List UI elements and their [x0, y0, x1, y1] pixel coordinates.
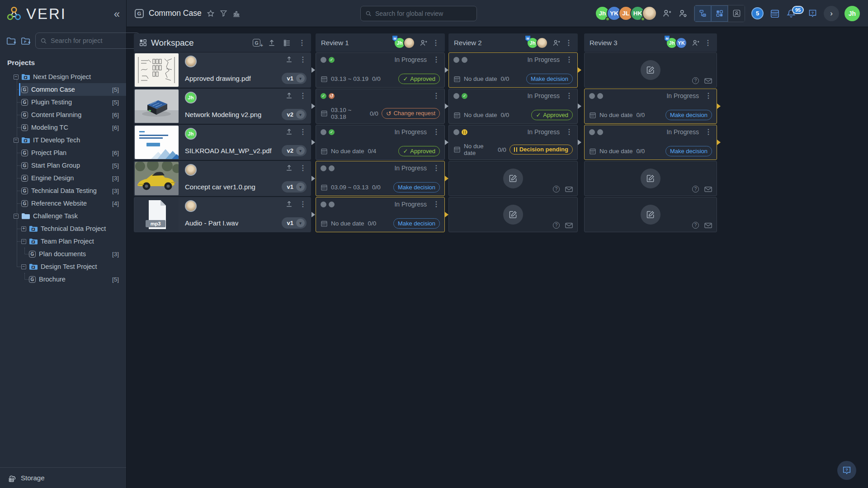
review-more-icon[interactable]: ⋮	[432, 39, 439, 47]
review-cell[interactable]: ✓In Progress⋮No due date0/0✓Approved	[448, 89, 578, 124]
add-reviewer-icon[interactable]	[552, 39, 561, 47]
tree-item-next-design-project[interactable]: −PNext Design Project	[0, 70, 126, 83]
version-selector[interactable]: v2▾	[282, 145, 307, 156]
help-icon[interactable]: ?	[808, 9, 817, 18]
review-cell[interactable]: ✓In Progress⋮No due date0/4✓Approved	[316, 125, 445, 160]
cell-more-icon[interactable]: ⋮	[433, 201, 440, 208]
tree-item-project-plan[interactable]: GProject Plan[6]	[0, 146, 126, 159]
collapse-node-icon[interactable]: −	[14, 214, 19, 219]
create-review-button[interactable]	[641, 60, 660, 80]
favorite-star-icon[interactable]	[207, 9, 215, 18]
review-more-icon[interactable]: ⋮	[565, 39, 572, 47]
tree-item-plugin-testing[interactable]: GPlugin Testing[5]	[0, 96, 126, 108]
add-member-icon[interactable]	[662, 9, 672, 18]
tree-item-design-test-project[interactable]: −PDesign Test Project	[0, 260, 126, 273]
calendar-icon[interactable]	[770, 9, 780, 19]
member-settings-icon[interactable]	[678, 9, 688, 18]
tree-item-brochure[interactable]: GBrochure[5]	[0, 273, 126, 286]
create-review-button[interactable]	[503, 169, 523, 188]
file-owner-avatar[interactable]: Jh	[185, 128, 197, 140]
create-review-button[interactable]	[641, 169, 660, 188]
flow-view-button[interactable]	[694, 5, 711, 22]
make-decision-button[interactable]: Make decision	[665, 146, 712, 156]
upload-version-icon[interactable]	[285, 92, 293, 99]
file-more-icon[interactable]: ⋮	[299, 128, 307, 136]
review-cell[interactable]: In Progress⋮No due date0/0Make decision	[448, 52, 578, 88]
make-decision-button[interactable]: Make decision	[665, 110, 712, 120]
file-more-icon[interactable]: ⋮	[299, 164, 307, 172]
tree-item-challenge-task[interactable]: −Challenge Task	[0, 210, 126, 222]
new-folder-button[interactable]	[6, 37, 16, 45]
help-icon[interactable]: ?	[692, 77, 699, 84]
counter-badge[interactable]: 5	[751, 7, 764, 19]
global-search-input[interactable]	[375, 10, 472, 17]
collapse-node-icon[interactable]: −	[21, 264, 26, 269]
tree-item-start-plan-group[interactable]: GStart Plan Group[5]	[0, 159, 126, 172]
make-decision-button[interactable]: Make decision	[393, 182, 440, 192]
add-case-icon[interactable]: G +	[253, 39, 260, 47]
create-review-button[interactable]	[503, 205, 523, 225]
add-reviewer-icon[interactable]	[420, 39, 428, 47]
cell-more-icon[interactable]: ⋮	[433, 56, 440, 63]
file-owner-avatar[interactable]	[185, 56, 197, 67]
list-view-icon[interactable]	[283, 39, 291, 47]
cell-more-icon[interactable]: ⋮	[433, 92, 440, 99]
profile-avatar[interactable]: Jh	[844, 6, 860, 21]
filter-icon[interactable]	[220, 9, 227, 17]
file-card[interactable]: ⋮Concept car ver1.0.pngv1▾	[134, 161, 311, 196]
member-avatar-photo[interactable]	[642, 6, 657, 21]
report-icon[interactable]	[232, 9, 241, 18]
expand-node-icon[interactable]: +	[21, 226, 26, 231]
review-cell[interactable]: In Progress⋮No due date0/0Make decision	[316, 197, 445, 232]
file-more-icon[interactable]: ⋮	[299, 56, 307, 63]
create-review-button[interactable]	[641, 205, 660, 225]
version-selector[interactable]: v1▾	[282, 73, 307, 84]
file-owner-avatar[interactable]: Jh	[185, 92, 197, 103]
cell-more-icon[interactable]: ⋮	[566, 92, 573, 99]
storage-button[interactable]: Storage	[0, 467, 126, 488]
help-icon[interactable]: ?	[553, 186, 560, 192]
tree-item-reference-website[interactable]: GReference Website[4]	[0, 197, 126, 210]
support-chat-button[interactable]: ?	[837, 461, 856, 480]
cell-more-icon[interactable]: ⋮	[705, 128, 712, 136]
file-card[interactable]: Jh⋮Network Modeling v2.pngv2▾	[134, 89, 311, 124]
add-reviewer-icon[interactable]	[692, 39, 700, 47]
tree-item-technical-data-testing[interactable]: GTechnical Data Testing[3]	[0, 184, 126, 197]
review-cell[interactable]: ✓In Progress⋮03.13 ~ 03.190/0✓Approved	[316, 52, 445, 88]
cell-more-icon[interactable]: ⋮	[433, 128, 440, 136]
tree-item-common-case[interactable]: GCommon Case[5]	[0, 83, 126, 96]
tree-item-modeling-tc[interactable]: GModeling TC[6]	[0, 121, 126, 134]
new-project-button[interactable]: P	[21, 37, 31, 45]
upload-icon[interactable]	[268, 39, 276, 47]
file-more-icon[interactable]: ⋮	[299, 92, 307, 99]
help-icon[interactable]: ?	[692, 186, 699, 192]
people-view-button[interactable]	[728, 5, 745, 22]
upload-version-icon[interactable]	[285, 200, 293, 208]
file-owner-avatar[interactable]	[185, 164, 197, 176]
file-owner-avatar[interactable]	[185, 200, 197, 212]
upload-version-icon[interactable]	[285, 128, 293, 136]
collapse-node-icon[interactable]: −	[14, 75, 19, 80]
cell-more-icon[interactable]: ⋮	[566, 56, 573, 63]
member-avatar-photo[interactable]	[536, 37, 548, 49]
upload-version-icon[interactable]	[285, 56, 293, 63]
tree-item-content-planning[interactable]: GContent Planning[6]	[0, 108, 126, 121]
tree-item-engine-design[interactable]: GEngine Design[3]	[0, 172, 126, 184]
review-cell[interactable]: In Progress⋮No due date0/0Make decision	[584, 89, 717, 124]
tree-item-team-plan-project[interactable]: −PTeam Plan Project	[0, 235, 126, 248]
collapse-node-icon[interactable]: −	[21, 239, 26, 244]
mail-icon[interactable]	[704, 78, 712, 84]
cell-more-icon[interactable]: ⋮	[433, 164, 440, 172]
help-icon[interactable]: ?	[553, 222, 560, 229]
project-search-input[interactable]	[51, 37, 135, 44]
review-cell[interactable]: ✓↺⋮03.10 ~ 03.180/0↺Change request	[316, 89, 445, 124]
version-selector[interactable]: v1▾	[282, 217, 307, 229]
version-selector[interactable]: v1▾	[282, 181, 307, 192]
cell-more-icon[interactable]: ⋮	[566, 128, 573, 136]
expand-panel-button[interactable]: ›	[824, 6, 839, 21]
mail-icon[interactable]	[704, 223, 712, 228]
tree-item-plan-documents[interactable]: GPlan documents[3]	[0, 248, 126, 260]
sidebar-collapse-button[interactable]: «	[114, 9, 120, 19]
board-view-button[interactable]	[711, 5, 728, 22]
file-more-icon[interactable]: ⋮	[299, 201, 307, 208]
